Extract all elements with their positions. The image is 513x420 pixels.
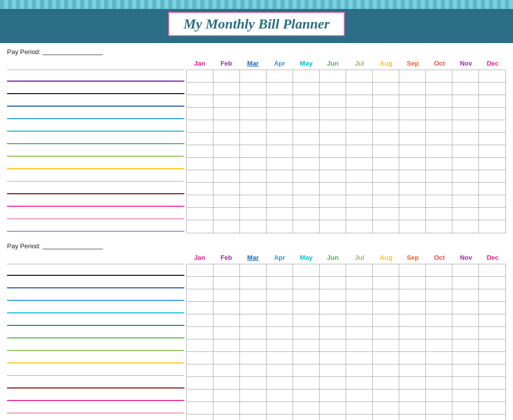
bill-row [7,220,184,233]
bill-row [7,389,184,402]
pay-period-input-2[interactable] [43,243,103,249]
month-jan-2: Jan [186,253,213,264]
month-sep-2: Sep [399,253,426,264]
title-box: My Monthly Bill Planner [168,12,345,36]
grid-rows-2 [186,264,506,420]
bill-row [7,120,184,133]
bill-line [7,362,184,363]
table-row [187,277,505,289]
table-row [187,133,505,145]
month-dec: Dec [479,59,506,70]
bill-line [7,181,184,182]
table-row [187,302,505,314]
bill-row [7,133,184,145]
table-row [187,108,505,120]
table-row [187,83,505,95]
table-row [187,402,505,414]
bill-line [7,156,184,157]
month-may: May [293,59,320,70]
bill-row [7,364,184,377]
month-jun-2: Jun [320,253,346,264]
bill-row [7,83,184,95]
bill-row [7,352,184,364]
table-row [187,364,505,377]
bill-row [7,70,184,83]
month-feb: Feb [213,59,239,70]
month-dec-2: Dec [479,253,506,264]
table-row [187,70,505,83]
table-row [187,289,505,302]
month-apr-2: Apr [267,253,293,264]
bill-line [7,412,184,413]
month-aug: Aug [373,59,399,70]
bill-line [7,118,184,119]
bill-row [7,95,184,108]
month-grid-1: Jan Feb Mar Apr May Jun Jul Aug Sep Oct … [186,59,506,233]
table-row [187,264,505,277]
month-sep: Sep [399,59,426,70]
bill-row [7,377,184,389]
grid-container-1: Jan Feb Mar Apr May Jun Jul Aug Sep Oct … [7,59,506,233]
bill-row [7,414,184,420]
month-mar: Mar [239,59,266,70]
bill-line [7,337,184,338]
bill-line [7,81,184,82]
bill-line [7,218,184,219]
bottom-banner [0,39,513,43]
table-row [187,145,505,158]
bill-row [7,145,184,158]
bill-line [7,325,184,326]
pay-period-input-1[interactable] [43,49,103,55]
table-row [187,120,505,133]
grid-rows-1 [186,70,506,233]
table-row [187,352,505,364]
table-row [187,95,505,108]
bill-row [7,302,184,314]
month-apr: Apr [267,59,293,70]
table-row [187,195,505,208]
bill-line [7,193,184,194]
bill-line [7,400,184,401]
month-nov: Nov [453,59,479,70]
title-bar: My Monthly Bill Planner [0,9,513,39]
pay-period-row-2: Pay Period: [7,242,506,250]
bill-line [7,350,184,351]
main-content: Pay Period: [0,43,513,420]
month-jul-2: Jul [346,253,373,264]
table-row [187,170,505,183]
bill-line [7,312,184,313]
month-oct: Oct [426,59,453,70]
bill-line [7,143,184,144]
month-jul: Jul [346,59,373,70]
month-oct-2: Oct [426,253,453,264]
table-row [187,208,505,220]
bill-line [7,275,184,276]
section-1: Pay Period: [7,48,506,233]
month-headers-2: Jan Feb Mar Apr May Jun Jul Aug Sep Oct … [186,253,506,264]
pay-period-row-1: Pay Period: [7,48,506,56]
month-jan: Jan [186,59,213,70]
table-row [187,414,505,420]
table-row [187,389,505,402]
bill-line [7,287,184,288]
bill-line [7,231,184,232]
bill-line [7,387,184,388]
table-row [187,339,505,352]
bill-row [7,402,184,414]
month-grid-2: Jan Feb Mar Apr May Jun Jul Aug Sep Oct … [186,253,506,420]
month-aug-2: Aug [373,253,399,264]
bill-row [7,289,184,302]
bill-row [7,170,184,183]
bill-row [7,195,184,208]
pay-period-label-1: Pay Period: [7,48,41,56]
bill-row [7,264,184,277]
bill-line [7,375,184,376]
top-banner [0,0,513,9]
bill-line [7,131,184,132]
bill-line [7,106,184,107]
bill-row [7,277,184,289]
bill-line [7,206,184,207]
bill-line [7,168,184,169]
bill-row [7,339,184,352]
table-row [187,327,505,339]
